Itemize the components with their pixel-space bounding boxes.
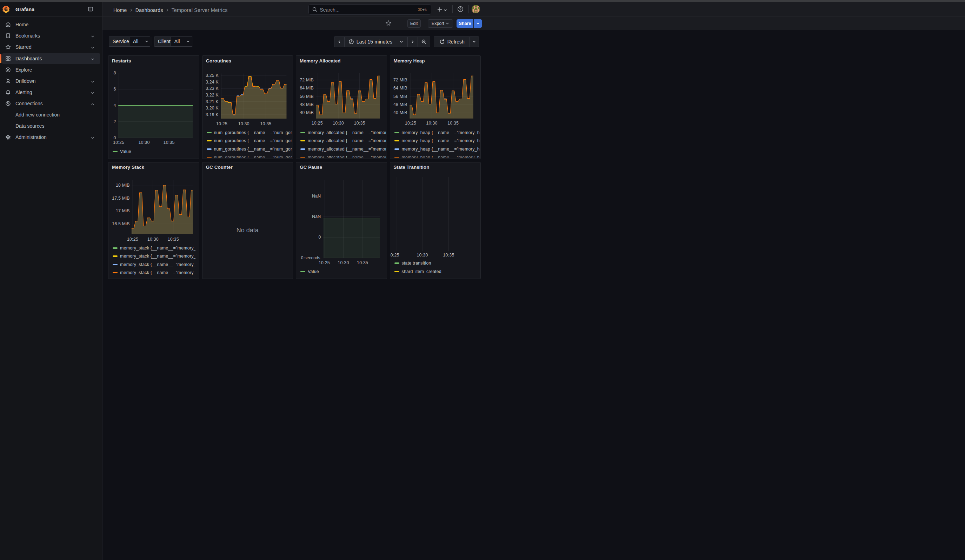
svg-text:NaN: NaN	[312, 193, 321, 198]
svg-text:10:25: 10:25	[319, 260, 330, 265]
svg-text:4: 4	[113, 103, 116, 108]
svg-text:8: 8	[113, 70, 116, 75]
svg-text:NaN: NaN	[312, 214, 321, 219]
svg-text:10:25: 10:25	[113, 140, 124, 145]
svg-text:17.5 MiB: 17.5 MiB	[112, 196, 130, 200]
svg-text:10:30: 10:30	[147, 237, 159, 242]
svg-text:10:35: 10:35	[357, 260, 368, 265]
svg-text:16.5 MiB: 16.5 MiB	[112, 221, 130, 226]
svg-text:10:35: 10:35	[168, 237, 179, 242]
svg-text:10:25: 10:25	[390, 253, 399, 258]
svg-text:10:30: 10:30	[417, 253, 428, 258]
svg-text:6: 6	[113, 87, 116, 91]
svg-text:0: 0	[318, 235, 321, 240]
svg-text:0: 0	[113, 136, 116, 140]
svg-text:10:35: 10:35	[164, 140, 175, 145]
svg-text:18 MiB: 18 MiB	[116, 183, 130, 188]
svg-text:17 MiB: 17 MiB	[116, 208, 130, 213]
svg-text:10:30: 10:30	[138, 140, 149, 145]
svg-text:2: 2	[113, 119, 116, 124]
svg-text:10:25: 10:25	[127, 237, 138, 242]
svg-text:10:35: 10:35	[443, 253, 454, 258]
svg-text:10:30: 10:30	[338, 260, 349, 265]
